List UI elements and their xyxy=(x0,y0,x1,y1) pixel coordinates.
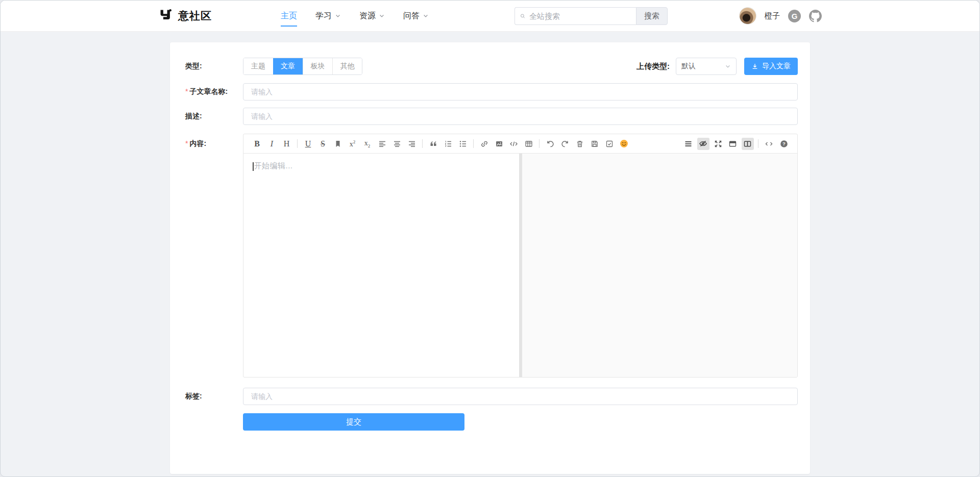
import-article-label: 导入文章 xyxy=(762,62,791,71)
eye-off-icon[interactable] xyxy=(697,138,709,150)
image-icon[interactable] xyxy=(493,138,505,150)
download-icon xyxy=(751,63,758,70)
description-label: 描述: xyxy=(185,112,243,121)
description-input[interactable] xyxy=(243,108,798,125)
toolbar-divider xyxy=(539,139,540,148)
search-icon xyxy=(520,12,525,20)
required-asterisk: * xyxy=(185,139,188,147)
undo-icon[interactable] xyxy=(544,138,556,150)
upload-type-label: 上传类型: xyxy=(636,62,670,71)
bookmark-icon[interactable] xyxy=(332,138,344,150)
new-post-form-card: 类型: 主题 文章 板块 其他 上传类型: 默认 导入文章 *子 xyxy=(170,42,810,474)
nav-item-label: 问答 xyxy=(403,11,420,21)
fullscreen-icon[interactable] xyxy=(712,138,724,150)
heading-icon[interactable]: H xyxy=(281,138,293,150)
redo-icon[interactable] xyxy=(559,138,571,150)
trash-icon[interactable] xyxy=(574,138,586,150)
toolbar-divider xyxy=(297,139,298,148)
nav-item-label: 资源 xyxy=(359,11,376,21)
chevron-down-icon xyxy=(423,13,429,19)
required-asterisk: * xyxy=(185,87,188,95)
editor-body: 开始编辑... xyxy=(243,154,797,377)
tags-row: 标签: xyxy=(185,388,798,405)
toolbar-right-group: ? xyxy=(681,138,791,150)
username[interactable]: 橙子 xyxy=(765,11,780,21)
split-pane-icon[interactable] xyxy=(742,138,754,150)
name-label: *子文章名称: xyxy=(185,87,243,96)
type-label: 类型: xyxy=(185,62,243,71)
upload-type-select[interactable]: 默认 xyxy=(676,58,737,75)
nav-item-label: 学习 xyxy=(315,11,332,21)
align-right-icon[interactable] xyxy=(406,138,418,150)
tags-label: 标签: xyxy=(185,392,243,401)
ordered-list-icon[interactable] xyxy=(442,138,454,150)
preview-only-icon[interactable] xyxy=(727,138,739,150)
task-check-icon[interactable] xyxy=(603,138,616,150)
type-option-other[interactable]: 其他 xyxy=(332,58,362,74)
nav-item-label: 主页 xyxy=(281,11,297,21)
emoji-icon[interactable] xyxy=(618,138,630,150)
editor-preview-pane xyxy=(522,154,797,377)
type-option-board[interactable]: 板块 xyxy=(303,58,332,74)
save-icon[interactable] xyxy=(589,138,601,150)
description-row: 描述: xyxy=(185,108,798,125)
submit-button[interactable]: 提交 xyxy=(243,413,464,431)
search-input[interactable] xyxy=(529,12,631,20)
strikethrough-icon[interactable]: S xyxy=(317,138,329,150)
navbar: 意社区 主页 学习 资源 问答 搜索 xyxy=(1,1,979,32)
search-input-box[interactable] xyxy=(514,7,636,25)
nav-item-home[interactable]: 主页 xyxy=(281,11,297,21)
name-row: *子文章名称: xyxy=(185,83,798,101)
sub-article-name-input[interactable] xyxy=(243,83,798,101)
nav-item-resources[interactable]: 资源 xyxy=(359,11,385,21)
italic-icon[interactable]: I xyxy=(266,138,278,150)
app-window: 意社区 主页 学习 资源 问答 搜索 xyxy=(0,0,980,477)
chevron-down-icon xyxy=(725,63,731,69)
search-button[interactable]: 搜索 xyxy=(636,7,668,25)
align-left-icon[interactable] xyxy=(376,138,388,150)
chevron-down-icon xyxy=(335,13,341,19)
type-option-topic[interactable]: 主题 xyxy=(243,58,273,74)
brand[interactable]: 意社区 xyxy=(159,8,212,23)
editor-toolbar: B I H U S x2 x2 xyxy=(243,134,797,154)
toolbar-divider xyxy=(422,139,423,148)
nav-item-learn[interactable]: 学习 xyxy=(315,11,341,21)
toolbar-divider xyxy=(758,139,758,148)
chevron-down-icon xyxy=(379,13,385,19)
menu-icon[interactable] xyxy=(682,138,695,150)
bold-icon[interactable]: B xyxy=(251,138,263,150)
nav-links: 主页 学习 资源 问答 xyxy=(281,11,429,21)
align-center-icon[interactable] xyxy=(391,138,403,150)
superscript-icon[interactable]: x2 xyxy=(347,138,359,150)
underline-icon[interactable]: U xyxy=(302,138,314,150)
brand-logo-icon xyxy=(159,8,172,23)
type-option-article[interactable]: 文章 xyxy=(273,58,303,74)
gitee-icon[interactable]: G xyxy=(788,10,801,22)
avatar[interactable] xyxy=(739,7,756,24)
tags-input[interactable] xyxy=(243,388,798,405)
content-label: *内容: xyxy=(185,134,243,153)
code-view-icon[interactable] xyxy=(763,138,775,150)
site-search: 搜索 xyxy=(514,7,668,25)
unordered-list-icon[interactable] xyxy=(457,138,469,150)
brand-title: 意社区 xyxy=(178,9,212,23)
github-icon[interactable] xyxy=(809,10,822,22)
editor-placeholder: 开始编辑... xyxy=(254,161,293,170)
subscript-icon[interactable]: x2 xyxy=(361,138,374,150)
nav-item-qa[interactable]: 问答 xyxy=(403,11,429,21)
content-row: *内容: B I H U S x2 x2 xyxy=(185,134,798,378)
code-icon[interactable] xyxy=(508,138,520,150)
help-icon[interactable]: ? xyxy=(778,138,790,150)
import-article-button[interactable]: 导入文章 xyxy=(744,58,798,75)
quote-icon[interactable] xyxy=(427,138,439,150)
table-icon[interactable] xyxy=(523,138,535,150)
link-icon[interactable] xyxy=(478,138,491,150)
type-row: 类型: 主题 文章 板块 其他 上传类型: 默认 导入文章 xyxy=(185,58,798,75)
upload-group: 上传类型: 默认 导入文章 xyxy=(636,58,798,75)
text-caret xyxy=(253,162,254,171)
submit-row: 提交 xyxy=(185,413,798,431)
editor-input-pane[interactable]: 开始编辑... xyxy=(243,154,519,377)
upload-type-value: 默认 xyxy=(681,62,696,71)
markdown-editor: B I H U S x2 x2 xyxy=(243,134,798,378)
toolbar-divider xyxy=(473,139,474,148)
